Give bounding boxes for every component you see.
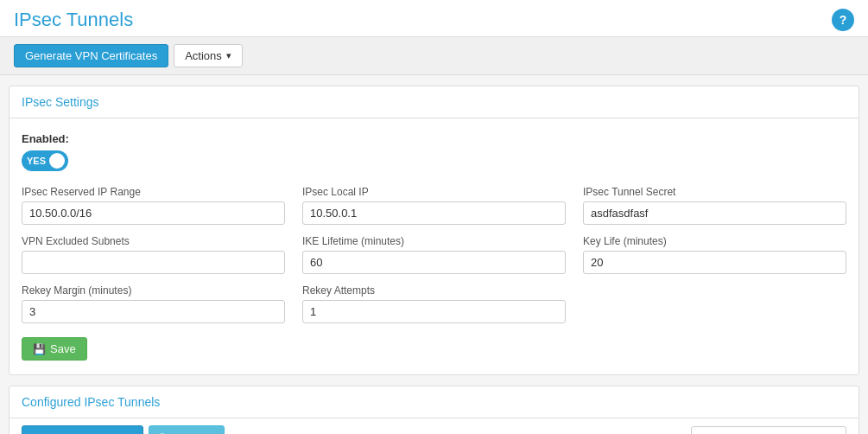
input-key-life[interactable]: [583, 251, 846, 274]
field-label-key-life: Key Life (minutes): [583, 235, 846, 247]
save-icon: 💾: [33, 343, 46, 355]
help-icon[interactable]: ?: [832, 9, 854, 31]
refresh-button[interactable]: ↻ Refresh: [149, 425, 225, 434]
field-key-life: Key Life (minutes): [583, 235, 846, 274]
field-label-rekey-attempts: Rekey Attempts: [302, 284, 566, 297]
input-ipsec-reserved-ip[interactable]: [22, 201, 285, 225]
input-ipsec-local-ip[interactable]: [302, 201, 566, 225]
tunnels-toolbar: + Add IPsec Tunnel ↻ Refresh: [10, 418, 858, 434]
tunnels-toolbar-left: + Add IPsec Tunnel ↻ Refresh: [22, 425, 225, 434]
save-button[interactable]: 💾 Save: [22, 337, 87, 361]
page-title: IPsec Tunnels: [14, 9, 133, 31]
field-ipsec-reserved-ip: IPsec Reserved IP Range: [22, 186, 285, 225]
filter-input[interactable]: [691, 426, 846, 435]
ipsec-settings-header: IPsec Settings: [10, 86, 858, 118]
field-label-rekey-margin: Rekey Margin (minutes): [22, 284, 285, 297]
save-label: Save: [50, 342, 76, 355]
field-label-ike-lifetime: IKE Lifetime (minutes): [302, 235, 566, 247]
enabled-toggle[interactable]: YES: [22, 150, 68, 171]
field-label-vpn-excluded-subnets: VPN Excluded Subnets: [22, 235, 285, 247]
field-ike-lifetime: IKE Lifetime (minutes): [302, 235, 566, 274]
toggle-knob: [49, 153, 65, 169]
page-header: IPsec Tunnels ?: [0, 0, 868, 36]
field-label-ipsec-reserved-ip: IPsec Reserved IP Range: [22, 186, 285, 198]
ipsec-settings-section: IPsec Settings Enabled: YES IPsec Reserv…: [9, 86, 859, 375]
field-ipsec-tunnel-secret: IPsec Tunnel Secret: [583, 186, 846, 225]
actions-button[interactable]: Actions: [174, 44, 243, 67]
input-vpn-excluded-subnets[interactable]: [22, 251, 285, 274]
field-rekey-margin: Rekey Margin (minutes): [22, 284, 285, 323]
refresh-label: Refresh: [174, 431, 214, 435]
add-tunnel-label: Add IPsec Tunnel: [44, 431, 132, 435]
generate-vpn-button[interactable]: Generate VPN Certificates: [14, 44, 168, 67]
field-label-ipsec-local-ip: IPsec Local IP: [302, 186, 566, 198]
settings-form: IPsec Reserved IP Range IPsec Local IP I…: [22, 186, 846, 323]
field-ipsec-local-ip: IPsec Local IP: [302, 186, 566, 225]
field-empty: [583, 284, 846, 323]
input-rekey-margin[interactable]: [22, 300, 285, 323]
field-label-ipsec-tunnel-secret: IPsec Tunnel Secret: [583, 186, 846, 198]
add-ipsec-tunnel-button[interactable]: + Add IPsec Tunnel: [22, 425, 143, 434]
actions-label: Actions: [185, 49, 222, 62]
plus-icon: +: [33, 431, 40, 435]
toggle-text: YES: [27, 156, 46, 166]
field-vpn-excluded-subnets: VPN Excluded Subnets: [22, 235, 285, 274]
configured-tunnels-header: Configured IPsec Tunnels: [10, 386, 858, 418]
ipsec-settings-body: Enabled: YES IPsec Reserved IP Range IPs…: [10, 118, 858, 374]
main-toolbar: Generate VPN Certificates Actions: [0, 36, 868, 75]
refresh-icon: ↻: [160, 431, 170, 434]
input-rekey-attempts[interactable]: [302, 300, 566, 323]
filter-container: [691, 426, 846, 435]
field-rekey-attempts: Rekey Attempts: [302, 284, 566, 323]
save-row: 💾 Save: [22, 337, 846, 361]
enabled-label: Enabled:: [22, 132, 846, 145]
input-ipsec-tunnel-secret[interactable]: [583, 201, 846, 225]
input-ike-lifetime[interactable]: [302, 251, 566, 274]
configured-tunnels-section: Configured IPsec Tunnels + Add IPsec Tun…: [9, 386, 859, 434]
